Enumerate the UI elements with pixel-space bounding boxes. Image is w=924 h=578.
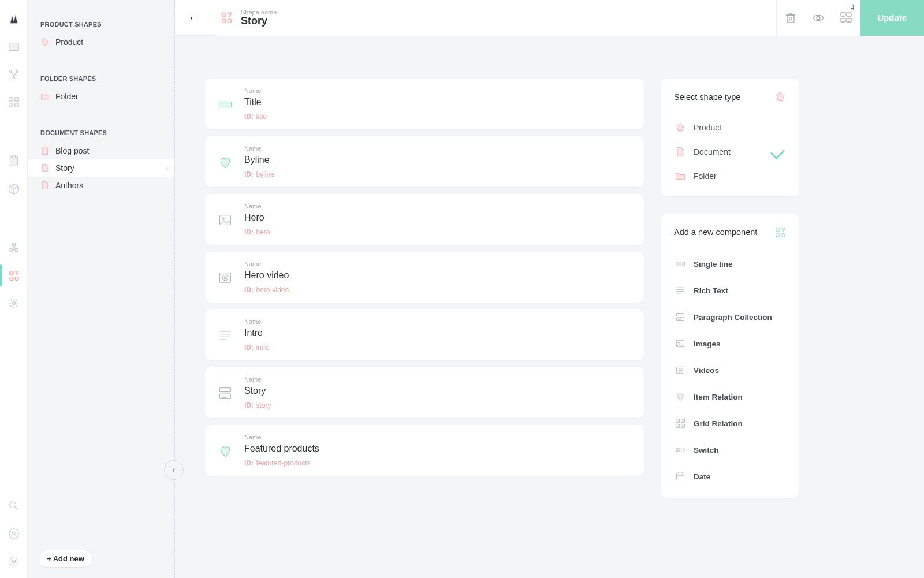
webhook-icon[interactable]	[8, 241, 20, 254]
delete-button[interactable]	[777, 0, 804, 36]
component-type-icon	[218, 212, 233, 228]
shape-type-header-icon	[774, 91, 786, 103]
sidebar-item-folder[interactable]: Folder	[28, 88, 174, 105]
add-single-line[interactable]: Single line	[674, 251, 786, 277]
add-component-label: Grid Relation	[694, 419, 743, 428]
component-type-icon	[675, 285, 685, 296]
add-grid-relation[interactable]: Grid Relation	[674, 410, 786, 437]
shape-icon	[40, 181, 50, 190]
add-date[interactable]: Date	[674, 463, 786, 490]
shape-icon	[40, 163, 50, 173]
component-name-label: Name	[244, 260, 289, 267]
add-videos[interactable]: Videos	[674, 357, 786, 383]
component-name: Title	[244, 97, 267, 107]
catalog-icon[interactable]	[8, 40, 20, 53]
add-component-label: Item Relation	[694, 393, 743, 401]
sidebar-item-authors[interactable]: Authors	[28, 177, 174, 194]
shape-type-panel: Select shape type Product Document Folde…	[661, 79, 799, 196]
sidebar-item-label: Authors	[55, 181, 83, 190]
collapse-sidebar-button[interactable]: ‹	[164, 460, 184, 480]
component-byline[interactable]: Name Byline ID: byline	[205, 136, 644, 187]
component-type-icon	[675, 471, 685, 482]
add-paragraph-collection[interactable]: Paragraph Collection	[674, 304, 786, 330]
component-name: Story	[244, 386, 271, 396]
cube-icon[interactable]	[8, 182, 20, 195]
add-component-panel: Add a new component Single line Rich Tex…	[661, 214, 799, 498]
add-component-label: Rich Text	[694, 286, 728, 295]
sidebar-heading: FOLDER SHAPES	[28, 75, 174, 88]
component-type-icon	[675, 418, 685, 428]
component-type-icon	[218, 443, 233, 458]
search-icon[interactable]	[8, 499, 20, 512]
shape-type-folder[interactable]: Folder	[674, 164, 786, 188]
add-images[interactable]: Images	[674, 330, 786, 357]
component-hero[interactable]: Name Hero ID: hero	[205, 194, 644, 245]
sidebar-item-story[interactable]: Story	[28, 159, 174, 177]
component-type-icon	[675, 365, 685, 375]
tree-icon[interactable]	[8, 68, 20, 81]
sidebar-item-blog-post[interactable]: Blog post	[28, 142, 174, 159]
add-component-label: Date	[694, 472, 710, 481]
page-title: Story	[241, 16, 277, 27]
settings-icon[interactable]	[8, 297, 20, 309]
component-type-icon	[675, 312, 685, 322]
shape-header-icon	[220, 11, 233, 24]
sidebar-item-product[interactable]: Product	[28, 33, 174, 51]
shape-type-document[interactable]: Document	[674, 140, 786, 164]
component-id: ID: byline	[244, 169, 274, 179]
update-button[interactable]: Update	[860, 0, 924, 36]
add-rich-text[interactable]: Rich Text	[674, 277, 786, 304]
component-name: Hero video	[244, 270, 289, 281]
shape-type-label: Folder	[694, 171, 717, 181]
component-name: Byline	[244, 155, 274, 165]
component-intro[interactable]: Name Intro ID: intro	[205, 309, 644, 360]
add-component-header-icon	[774, 226, 786, 238]
shape-type-icon	[675, 122, 685, 133]
component-id: ID: hero	[244, 226, 270, 237]
add-switch[interactable]: Switch	[674, 437, 786, 463]
clipboard-icon[interactable]	[8, 155, 20, 167]
sidebar-item-label: Story	[55, 163, 74, 173]
component-name: Hero	[244, 212, 270, 223]
grid-icon[interactable]	[8, 96, 20, 109]
add-new-button[interactable]: + Add new	[38, 550, 93, 568]
shape-icon	[40, 146, 50, 155]
component-type-icon	[675, 391, 685, 402]
component-type-icon	[675, 445, 685, 455]
icon-rail	[0, 0, 28, 578]
add-component-label: Videos	[694, 366, 719, 375]
preview-button[interactable]	[804, 0, 832, 36]
shape-type-label: Product	[694, 123, 721, 132]
sidebar-heading: DOCUMENT SHAPES	[28, 129, 174, 142]
component-id: ID: intro	[244, 342, 270, 352]
topbar: ← Shape name Story 4	[175, 0, 924, 36]
sidebar-item-label: Product	[55, 38, 83, 47]
language-icon[interactable]	[8, 527, 20, 540]
shapes-icon[interactable]	[8, 269, 20, 282]
component-title[interactable]: Name Title ID: title	[205, 79, 644, 129]
usages-count-badge: 4	[849, 4, 857, 12]
component-id: ID: featured-products	[244, 457, 319, 468]
component-name: Intro	[244, 328, 270, 338]
sidebar-item-label: Folder	[55, 92, 79, 101]
back-arrow-icon[interactable]: ←	[188, 10, 200, 25]
component-id: ID: story	[244, 400, 271, 410]
gear-icon[interactable]	[8, 555, 20, 568]
component-type-icon	[218, 270, 233, 285]
component-name: Featured products	[244, 443, 319, 454]
shape-type-title: Select shape type	[674, 92, 740, 102]
components-list: Name Title ID: title Name Byline ID: byl…	[205, 79, 644, 561]
component-story[interactable]: Name Story ID: story	[205, 367, 644, 418]
component-featured-products[interactable]: Name Featured products ID: featured-prod…	[205, 425, 644, 476]
shape-type-product[interactable]: Product	[674, 115, 786, 140]
shape-type-icon	[675, 147, 685, 157]
logo-icon[interactable]	[8, 13, 20, 25]
add-item-relation[interactable]: Item Relation	[674, 383, 786, 410]
add-component-label: Paragraph Collection	[694, 313, 772, 322]
component-type-icon	[675, 259, 685, 269]
component-hero-video[interactable]: Name Hero video ID: hero-video	[205, 252, 644, 303]
component-type-icon	[675, 338, 685, 349]
usages-button[interactable]: 4	[832, 0, 860, 36]
shape-name-label: Shape name	[241, 9, 277, 16]
component-id: ID: title	[244, 111, 267, 121]
